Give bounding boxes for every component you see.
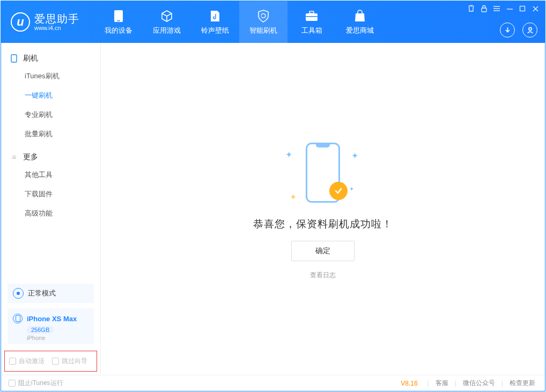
device-icon <box>112 9 126 23</box>
svg-rect-2 <box>306 13 318 21</box>
footer-link-update[interactable]: 检查更新 <box>507 379 537 388</box>
toolbox-icon <box>305 9 319 23</box>
footer-link-support[interactable]: 客服 <box>433 379 451 388</box>
checkbox-label: 跳过向导 <box>62 357 87 366</box>
sparkle-icon: ✦ <box>349 186 354 193</box>
app-title: 爱思助手 <box>34 13 79 25</box>
tab-ringtone-wallpaper[interactable]: 铃声壁纸 <box>191 1 239 43</box>
svg-rect-3 <box>309 11 314 13</box>
tab-label: 铃声壁纸 <box>201 26 229 35</box>
tab-toolbox[interactable]: 工具箱 <box>287 1 336 43</box>
device-name: iPhone XS Max <box>27 315 77 323</box>
checkbox-block-itunes[interactable]: 阻止iTunes运行 <box>9 379 63 388</box>
success-illustration: ✦ ✦ ✦ ✦ <box>280 138 366 208</box>
tab-store[interactable]: 爱思商城 <box>336 1 384 43</box>
phone-icon <box>10 54 18 63</box>
checkbox-icon <box>52 358 59 365</box>
header-bar: u 爱思助手 www.i4.cn 我的设备 应用游戏 铃声壁纸 智能刷机 <box>1 1 545 43</box>
svg-rect-5 <box>482 8 486 12</box>
tab-label: 应用游戏 <box>153 26 181 35</box>
sidebar-section-more: ≡ 更多 <box>1 149 100 165</box>
svg-rect-0 <box>114 10 123 22</box>
checkbox-auto-activate[interactable]: 自动激活 <box>9 357 45 366</box>
shirt-icon[interactable] <box>467 4 475 13</box>
svg-rect-4 <box>306 16 318 17</box>
tab-label: 工具箱 <box>301 26 322 35</box>
sidebar-item-pro-flash[interactable]: 专业刷机 <box>1 105 100 124</box>
sidebar: 刷机 iTunes刷机 一键刷机 专业刷机 批量刷机 ≡ 更多 其他工具 下载固… <box>1 43 101 375</box>
ok-button[interactable]: 确定 <box>291 241 355 261</box>
checkbox-label: 自动激活 <box>19 357 45 366</box>
user-button[interactable] <box>522 23 537 38</box>
device-type: iPhone <box>27 335 88 341</box>
tab-apps-games[interactable]: 应用游戏 <box>143 1 191 43</box>
close-icon[interactable] <box>531 4 540 13</box>
sparkle-icon: ✦ <box>351 151 358 161</box>
footer-bar: 阻止iTunes运行 V8.16 | 客服 | 微信公众号 | 检查更新 <box>1 375 545 391</box>
sidebar-item-itunes-flash[interactable]: iTunes刷机 <box>1 66 100 86</box>
mode-icon <box>13 288 24 299</box>
lock-icon[interactable] <box>479 4 488 13</box>
minimize-icon[interactable] <box>505 4 514 13</box>
tab-label: 我的设备 <box>105 26 132 35</box>
checkbox-label: 阻止iTunes运行 <box>18 379 63 388</box>
success-message: 恭喜您，保资料刷机成功啦！ <box>253 217 393 231</box>
music-file-icon <box>208 9 222 23</box>
sidebar-item-oneclick-flash[interactable]: 一键刷机 <box>1 86 100 105</box>
sidebar-item-download-firmware[interactable]: 下载固件 <box>1 184 100 204</box>
sparkle-icon: ✦ <box>285 150 292 160</box>
tab-smart-flash[interactable]: 智能刷机 <box>239 1 287 43</box>
view-log-link[interactable]: 查看日志 <box>310 271 336 280</box>
footer-link-wechat[interactable]: 微信公众号 <box>461 379 497 388</box>
device-icon <box>13 314 23 323</box>
options-highlight-box: 自动激活 跳过向导 <box>4 351 97 372</box>
version-label: V8.16 <box>401 380 417 387</box>
mode-label: 正常模式 <box>28 289 56 298</box>
section-label: 更多 <box>23 152 38 162</box>
success-check-icon <box>329 182 348 200</box>
cube-icon <box>160 9 174 23</box>
svg-point-13 <box>528 27 531 30</box>
list-icon: ≡ <box>10 153 18 161</box>
menu-icon[interactable] <box>492 4 501 13</box>
device-capacity: 256GB <box>27 326 54 334</box>
app-subtitle: www.i4.cn <box>34 25 79 31</box>
tab-label: 爱思商城 <box>346 26 374 35</box>
sparkle-icon: ✦ <box>290 192 297 202</box>
shield-refresh-icon <box>256 9 270 23</box>
logo-icon: u <box>11 12 30 32</box>
section-label: 刷机 <box>23 54 38 63</box>
bag-icon <box>353 9 367 23</box>
checkbox-skip-guide[interactable]: 跳过向导 <box>52 357 87 366</box>
checkbox-icon <box>9 380 16 387</box>
sidebar-item-advanced[interactable]: 高级功能 <box>1 204 100 223</box>
maximize-icon[interactable] <box>518 4 527 13</box>
checkbox-icon <box>9 358 16 365</box>
svg-rect-14 <box>11 55 17 62</box>
svg-rect-1 <box>117 20 120 21</box>
download-button[interactable] <box>500 23 515 38</box>
sidebar-item-batch-flash[interactable]: 批量刷机 <box>1 124 100 144</box>
device-info-box[interactable]: iPhone XS Max 256GB iPhone <box>8 308 94 344</box>
svg-rect-10 <box>520 6 525 11</box>
device-mode-box[interactable]: 正常模式 <box>8 284 94 303</box>
app-logo: u 爱思助手 www.i4.cn <box>11 12 79 32</box>
tab-label: 智能刷机 <box>249 26 277 35</box>
sidebar-section-flash: 刷机 <box>1 50 100 66</box>
sidebar-item-other-tools[interactable]: 其他工具 <box>1 165 100 184</box>
tab-my-device[interactable]: 我的设备 <box>94 1 143 43</box>
main-content: ✦ ✦ ✦ ✦ 恭喜您，保资料刷机成功啦！ 确定 查看日志 <box>101 43 545 375</box>
